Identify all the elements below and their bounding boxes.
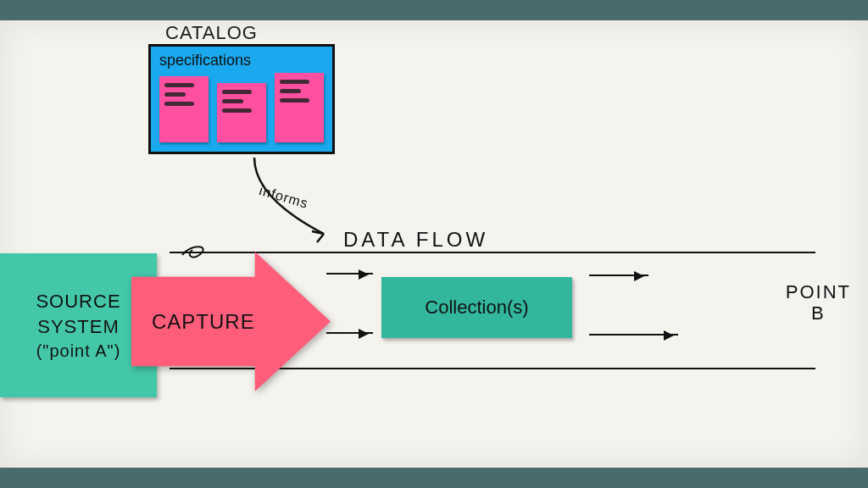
catalog-subtitle: specifications — [159, 52, 324, 69]
dataflow-title: DATA FLOW — [343, 228, 488, 252]
source-line1: SOURCE — [36, 291, 120, 313]
spec-card — [217, 83, 266, 142]
capture-label: CAPTURE — [152, 310, 255, 334]
collection-card: Collection(s) — [381, 277, 572, 338]
source-sub: ("point A") — [36, 341, 121, 361]
flow-arrow-icon — [326, 332, 373, 334]
pointb-line1: POINT — [786, 281, 851, 302]
spec-cards — [159, 73, 324, 142]
informs-label: informs — [258, 183, 310, 212]
spec-card — [275, 73, 324, 142]
point-b-label: POINT B — [786, 281, 851, 324]
capture-arrow: CAPTURE — [131, 252, 331, 391]
paper-canvas: CATALOG specifications informs DATA FLOW… — [0, 20, 868, 468]
pointb-line2: B — [811, 302, 826, 324]
catalog-box: specifications — [148, 44, 335, 154]
flow-arrow-icon — [326, 273, 373, 274]
flow-arrow-icon — [589, 334, 678, 336]
collection-label: Collection(s) — [425, 297, 528, 319]
catalog-title: CATALOG — [165, 22, 258, 44]
spec-card — [159, 76, 209, 142]
source-line2: SYSTEM — [37, 316, 119, 338]
flow-arrow-icon — [589, 274, 648, 276]
